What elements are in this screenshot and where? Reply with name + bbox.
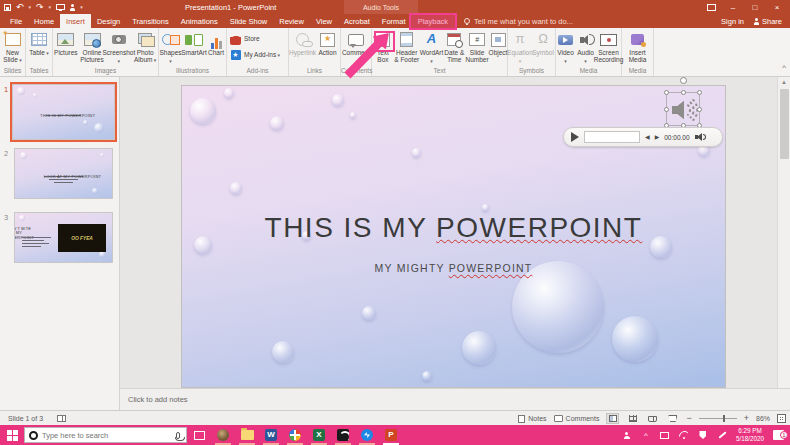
video-button[interactable]: Video [556, 30, 576, 64]
start-from-beginning-icon[interactable] [56, 4, 65, 10]
table-button[interactable]: Table [29, 30, 49, 57]
customize-qat-icon[interactable]: ▾ [80, 4, 83, 10]
zoom-in-button[interactable]: + [744, 414, 749, 423]
people-icon[interactable] [622, 430, 632, 440]
thumbnail-slide-1[interactable]: THIS IS MY POWERPOINT [12, 84, 115, 140]
taskbar-search[interactable] [24, 427, 187, 443]
tab-review[interactable]: Review [273, 14, 310, 28]
action-center-icon[interactable]: 1 [773, 430, 784, 440]
collapse-ribbon-icon[interactable]: ^ [782, 63, 786, 72]
resize-handle[interactable] [664, 107, 669, 112]
resize-handle[interactable] [697, 90, 702, 95]
wordart-button[interactable]: AWordArt [420, 30, 444, 64]
taskbar-app-powerpoint[interactable]: P [379, 425, 403, 445]
slide-title-text[interactable]: THIS IS MY POWERPOINT [182, 212, 725, 244]
redo-icon[interactable]: ↷ [36, 3, 44, 12]
pen-icon[interactable] [717, 430, 727, 440]
undo-dropdown-icon[interactable]: ▾ [29, 4, 32, 10]
taskbar-app-pinwheel[interactable] [283, 425, 307, 445]
zoom-slider[interactable] [699, 418, 737, 419]
resize-handle[interactable] [697, 107, 702, 112]
action-button[interactable]: Action [316, 30, 340, 56]
taskbar-app-excel[interactable]: X [307, 425, 331, 445]
search-input[interactable] [42, 431, 172, 440]
taskbar-app-word[interactable]: W [259, 425, 283, 445]
move-back-button[interactable]: ◀ [645, 134, 650, 140]
taskbar-app-file-explorer[interactable] [235, 425, 259, 445]
minimize-button[interactable]: – [722, 0, 744, 14]
restore-button[interactable]: □ [744, 0, 766, 14]
comments-toggle[interactable]: Comments [554, 415, 600, 422]
resize-handle[interactable] [664, 90, 669, 95]
slide-number-button[interactable]: Slide Number [465, 30, 489, 64]
slide-show-view-button[interactable] [666, 413, 679, 424]
pictures-button[interactable]: Pictures [53, 30, 79, 56]
scroll-up-icon[interactable]: ▲ [778, 77, 790, 85]
tab-home[interactable]: Home [28, 14, 60, 28]
normal-view-button[interactable] [606, 413, 619, 424]
tab-animations[interactable]: Animations [175, 14, 224, 28]
save-icon[interactable] [4, 4, 11, 11]
slide-sorter-view-button[interactable] [626, 413, 639, 424]
notes-pane[interactable]: Click to add notes [120, 388, 790, 410]
vertical-scrollbar[interactable]: ▲ [777, 77, 790, 410]
taskbar-app-profile[interactable] [211, 425, 235, 445]
microphone-icon[interactable] [176, 432, 180, 439]
zoom-slider-thumb[interactable] [723, 415, 725, 422]
smartart-button[interactable]: SmartArt [182, 30, 206, 56]
my-addins-button[interactable]: My Add-ins [227, 48, 280, 61]
task-view-button[interactable] [187, 425, 211, 445]
zoom-out-button[interactable]: − [686, 414, 691, 423]
shapes-button[interactable]: Shapes [159, 30, 182, 64]
taskbar-app-dark[interactable] [331, 425, 355, 445]
proofing-book-icon[interactable] [57, 415, 66, 422]
scrollbar-thumb[interactable] [780, 89, 789, 159]
online-pictures-button[interactable]: Online Pictures [79, 30, 106, 64]
tab-acrobat[interactable]: Acrobat [338, 14, 376, 28]
tab-design[interactable]: Design [91, 14, 126, 28]
reading-view-button[interactable] [646, 413, 659, 424]
screenshot-button[interactable]: Screenshot [105, 30, 132, 64]
taskbar-app-messenger[interactable] [355, 425, 379, 445]
tell-me-box[interactable]: Tell me what you want to do... [464, 14, 573, 28]
play-button[interactable] [571, 132, 579, 142]
fit-slide-to-window-button[interactable] [777, 414, 786, 423]
comment-button[interactable]: Comment [342, 30, 371, 56]
tab-format[interactable]: Format [376, 14, 412, 28]
audio-button[interactable]: Audio [576, 30, 596, 64]
sign-in-link[interactable]: Sign in [721, 17, 744, 26]
insert-media-button[interactable]: Insert Media [624, 30, 652, 64]
start-button[interactable] [0, 425, 24, 445]
resize-handle[interactable] [681, 90, 686, 95]
wifi-icon[interactable] [679, 430, 689, 440]
thumbnail-slide-2[interactable]: LOOK AT MY POWERPOINT [14, 148, 113, 199]
date-time-button[interactable]: Date & Time [443, 30, 465, 64]
hidden-icons-chevron[interactable]: ^ [641, 430, 651, 440]
notes-toggle[interactable]: Notes [518, 415, 546, 423]
screen-recording-button[interactable]: Screen Recording [596, 30, 622, 64]
thumbnail-slide-3[interactable]: DON'T BITE MY POWERPOINT OO FYEA [14, 212, 113, 263]
undo-icon[interactable]: ↶ [16, 3, 24, 12]
audio-clip-selection[interactable] [666, 92, 700, 126]
store-button[interactable]: Store [227, 32, 260, 45]
touch-mode-icon[interactable] [70, 6, 75, 11]
tab-transitions[interactable]: Transitions [126, 14, 174, 28]
slide-subtitle-text[interactable]: MY MIGHTY POWERPOINT [182, 262, 725, 274]
tab-file[interactable]: File [4, 14, 28, 28]
ribbon-display-options-button[interactable] [700, 0, 722, 14]
display-icon[interactable] [660, 430, 670, 440]
new-slide-button[interactable]: New Slide [0, 30, 25, 64]
rotation-handle[interactable] [680, 77, 687, 84]
tab-view[interactable]: View [310, 14, 338, 28]
audio-progress-track[interactable] [584, 131, 640, 143]
tab-slide-show[interactable]: Slide Show [224, 14, 274, 28]
volume-icon[interactable] [695, 132, 706, 142]
close-button[interactable]: × [766, 0, 788, 14]
taskbar-clock[interactable]: 6:29 PM5/18/2020 [736, 427, 764, 443]
chart-button[interactable]: Chart [206, 30, 226, 56]
photo-album-button[interactable]: Photo Album [132, 30, 158, 64]
move-forward-button[interactable]: ▶ [655, 134, 660, 140]
object-button[interactable]: Object [489, 30, 507, 56]
header-footer-button[interactable]: Header & Footer [394, 30, 420, 64]
redo-dropdown-icon[interactable]: ▾ [49, 4, 52, 10]
